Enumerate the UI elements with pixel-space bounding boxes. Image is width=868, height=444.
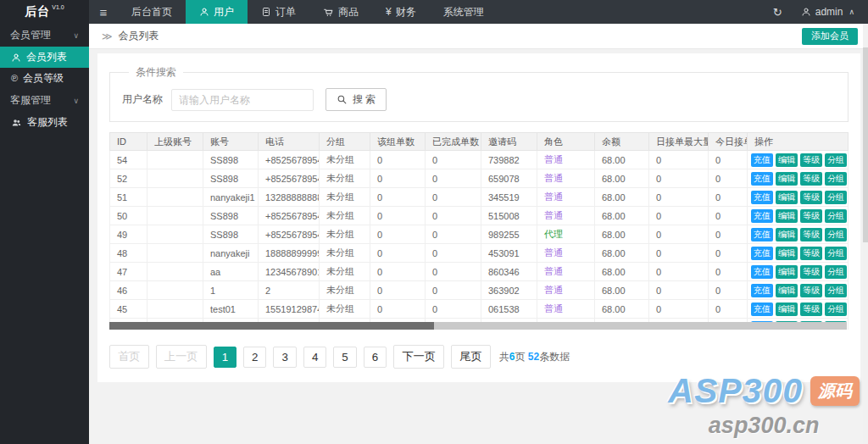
action-button[interactable]: 等级	[800, 209, 822, 223]
cell-id: 51	[110, 188, 147, 207]
cell-actions: 充值编辑等级分组禁用	[748, 263, 849, 281]
page-button[interactable]: 5	[333, 347, 356, 368]
sidebar-item[interactable]: ℗会员等级	[0, 68, 89, 89]
sidebar-item[interactable]: 客服列表	[0, 112, 89, 133]
action-button[interactable]: 编辑	[776, 172, 798, 186]
action-button[interactable]: 分组	[825, 284, 847, 297]
sidebar-item[interactable]: 会员列表	[0, 47, 89, 68]
cell-balance: 68.00	[595, 263, 649, 281]
next-page-button[interactable]: 下一页	[393, 345, 444, 369]
action-button[interactable]: 等级	[800, 228, 822, 241]
nav-item[interactable]: 系统管理	[430, 0, 498, 24]
action-button[interactable]: 等级	[800, 265, 822, 279]
cell-daily_max: 0	[649, 263, 709, 281]
admin-menu[interactable]: admin ∧	[801, 6, 854, 18]
action-button[interactable]: 等级	[800, 191, 822, 204]
action-button[interactable]: 编辑	[776, 302, 798, 316]
page-button[interactable]: 2	[243, 347, 266, 368]
cell-group: 未分组	[320, 263, 370, 281]
nav-item[interactable]: 订单	[248, 0, 309, 24]
cell-invite: 453091	[481, 244, 537, 263]
action-button[interactable]: 等级	[800, 302, 822, 316]
action-button[interactable]: 编辑	[776, 209, 798, 223]
hamburger-icon[interactable]: ≡	[89, 0, 118, 24]
watermark-badge: 源码	[810, 376, 860, 406]
action-button[interactable]: 编辑	[776, 228, 798, 241]
action-button[interactable]: 充值	[751, 209, 773, 223]
first-page-button[interactable]: 首页	[109, 345, 149, 369]
pagination-info: 共6页 52条数据	[499, 350, 570, 364]
action-button[interactable]: 编辑	[776, 191, 798, 204]
page-button[interactable]: 1	[214, 347, 236, 368]
action-button[interactable]: 编辑	[776, 284, 798, 297]
last-page-button[interactable]: 尾页	[451, 345, 491, 369]
column-header: 分组	[320, 133, 370, 151]
vertical-scrollbar[interactable]	[863, 24, 868, 444]
cell-actions: 充值编辑等级分组禁用	[748, 207, 849, 225]
cell-today: 0	[709, 188, 748, 207]
nav-item[interactable]: 商品	[309, 0, 372, 24]
action-button[interactable]: 编辑	[776, 265, 798, 279]
add-member-button[interactable]: 添加会员	[802, 28, 858, 45]
cell-group: 未分组	[320, 225, 370, 244]
action-button[interactable]: 分组	[825, 228, 847, 241]
cell-completed: 0	[426, 207, 481, 225]
cell-phone: +8525678954	[259, 169, 320, 188]
cell-invite: 363902	[481, 281, 537, 300]
action-button[interactable]: 等级	[800, 247, 822, 260]
action-button[interactable]: 分组	[825, 247, 847, 260]
action-button[interactable]: 充值	[751, 172, 773, 186]
vertical-scrollbar-thumb[interactable]	[863, 47, 868, 242]
app-logo: 后台 V1.0	[0, 0, 89, 24]
page-button[interactable]: 4	[303, 347, 326, 368]
action-button[interactable]: 分组	[825, 302, 847, 316]
action-button[interactable]: 充值	[751, 247, 773, 260]
action-button[interactable]: 分组	[825, 209, 847, 223]
chevron-down-icon: ∨	[73, 31, 79, 40]
action-button[interactable]: 充值	[751, 153, 773, 167]
cell-balance: 68.00	[595, 300, 649, 319]
action-button[interactable]: 等级	[800, 172, 822, 186]
cell-account: aa	[203, 263, 259, 281]
cell-account: nanyakeji	[203, 244, 259, 263]
nav-item[interactable]: 后台首页	[118, 0, 186, 24]
column-header: 角色	[537, 133, 595, 151]
prev-page-button[interactable]: 上一页	[156, 345, 207, 369]
page-button[interactable]: 3	[273, 347, 296, 368]
cell-completed: 0	[426, 281, 481, 300]
horizontal-scrollbar[interactable]	[109, 322, 847, 330]
cell-today: 0	[709, 151, 748, 169]
action-button[interactable]: 充值	[751, 302, 773, 316]
action-button[interactable]: 等级	[800, 153, 822, 167]
action-button[interactable]: 编辑	[776, 247, 798, 260]
nav-item-label: 用户	[214, 5, 234, 19]
action-button[interactable]: 充值	[751, 284, 773, 297]
refresh-icon[interactable]: ↻	[773, 6, 782, 19]
action-button[interactable]: 充值	[751, 191, 773, 204]
nav-item[interactable]: ¥财务	[372, 0, 430, 24]
action-button[interactable]: 分组	[825, 191, 847, 204]
goods-icon	[323, 7, 334, 18]
cell-invite: 515008	[481, 207, 537, 225]
action-button[interactable]: 分组	[825, 153, 847, 167]
action-button[interactable]: 分组	[825, 265, 847, 279]
nav-item-label: 商品	[338, 5, 359, 19]
cell-group_orders: 0	[370, 244, 426, 263]
search-button[interactable]: 搜 索	[326, 88, 387, 111]
username-input[interactable]	[171, 89, 314, 111]
action-button[interactable]: 充值	[751, 228, 773, 241]
sidebar-group-title[interactable]: 客服管理∨	[0, 89, 89, 112]
action-button[interactable]: 充值	[751, 265, 773, 279]
table-row: 45test0115519129874未分组00061538普通68.0000充…	[110, 300, 849, 319]
action-button[interactable]: 等级	[800, 284, 822, 297]
level-icon: ℗	[11, 74, 18, 83]
cell-group_orders: 0	[370, 151, 426, 169]
action-button[interactable]: 分组	[825, 172, 847, 186]
column-header: 账号	[203, 133, 259, 151]
action-button[interactable]: 编辑	[776, 153, 798, 167]
nav-item[interactable]: 用户	[186, 0, 248, 24]
cell-group_orders: 0	[370, 281, 426, 300]
horizontal-scrollbar-thumb[interactable]	[109, 322, 434, 330]
page-button[interactable]: 6	[364, 347, 387, 368]
sidebar-group-title[interactable]: 会员管理∨	[0, 24, 89, 47]
